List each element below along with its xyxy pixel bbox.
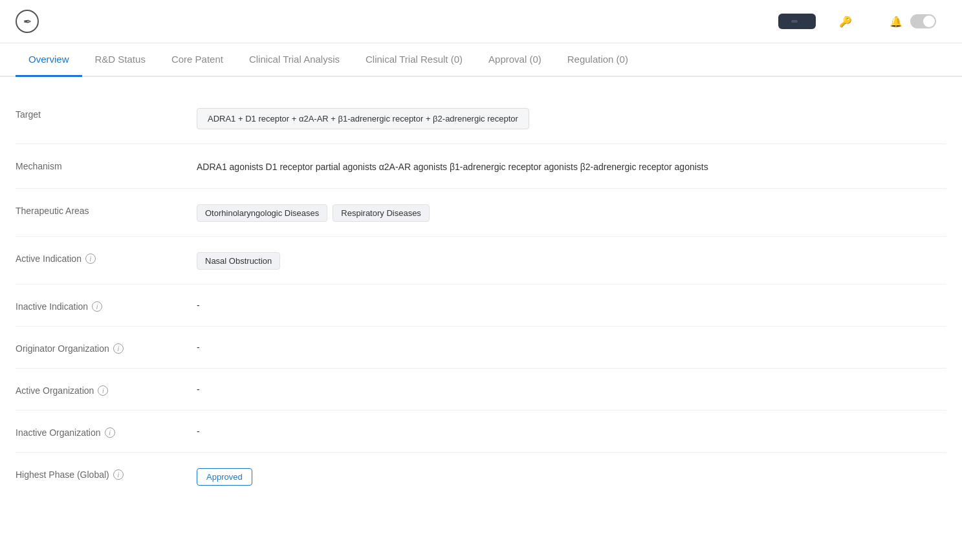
info-icon-active-organization[interactable]: i [98,385,108,396]
tag-item: Nasal Obstruction [197,252,280,270]
dash-value: - [197,384,200,394]
field-row-target: TargetADRA1 + D1 receptor + α2A-AR + β1-… [16,92,946,144]
dash-value: - [197,426,200,436]
tab-overview[interactable]: Overview [16,43,82,77]
info-icon-originator-organization[interactable]: i [113,343,124,354]
field-label-inactive-indication: Inactive Indicationi [16,299,171,312]
field-label-active-indication: Active Indicationi [16,251,171,264]
info-icon-highest-phase[interactable]: i [113,469,124,480]
tab-regulation[interactable]: Regulation (0) [554,43,641,77]
field-row-originator-organization: Originator Organizationi- [16,327,946,369]
field-label-originator-organization: Originator Organizationi [16,341,171,354]
alert-toggle[interactable] [910,14,936,28]
tab-approval[interactable]: Approval (0) [476,43,554,77]
info-icon-inactive-organization[interactable]: i [105,427,115,438]
kg-icon: 🔑 [839,16,852,28]
field-label-inactive-organization: Inactive Organizationi [16,425,171,438]
us-badge [791,20,798,23]
pencil-icon: ✒ [23,16,32,28]
field-row-therapeutic-areas: Therapeutic AreasOtorhinolaryngologic Di… [16,189,946,237]
start-compare-button[interactable] [778,14,816,29]
tab-core-patent[interactable]: Core Patent [159,43,236,77]
field-value-inactive-indication: - [197,299,946,310]
field-value-active-indication: Nasal Obstruction [197,251,946,270]
set-alert-button[interactable]: 🔔 [879,9,946,34]
field-row-inactive-organization: Inactive Organizationi- [16,411,946,453]
info-icon-inactive-indication[interactable]: i [92,301,102,312]
field-label-target: Target [16,107,171,120]
field-value-therapeutic-areas: Otorhinolaryngologic DiseasesRespiratory… [197,203,946,222]
field-value-active-organization: - [197,383,946,394]
field-row-active-organization: Active Organizationi- [16,369,946,411]
field-row-highest-phase: Highest Phase (Global)iApproved [16,453,946,500]
field-label-therapeutic-areas: Therapeutic Areas [16,203,171,216]
overview-content: TargetADRA1 + D1 receptor + α2A-AR + β1-… [0,77,962,515]
tag-item: ADRA1 + D1 receptor + α2A-AR + β1-adrene… [197,108,529,129]
logo-area: ✒ [16,10,45,33]
tab-rd-status[interactable]: R&D Status [82,43,159,77]
field-label-highest-phase: Highest Phase (Global)i [16,467,171,480]
header-actions: 🔑 🔔 [778,9,946,34]
logo-icon: ✒ [16,10,39,33]
dash-value: - [197,342,200,352]
info-icon-active-indication[interactable]: i [85,253,96,264]
mechanism-text: ADRA1 agonists D1 receptor partial agoni… [197,160,708,174]
tag-blue-item: Approved [197,468,252,486]
tab-clinical-trial-analysis[interactable]: Clinical Trial Analysis [236,43,353,77]
alert-icon: 🔔 [890,16,902,28]
tab-clinical-trial-result[interactable]: Clinical Trial Result (0) [353,43,476,77]
field-label-mechanism: Mechanism [16,158,171,171]
nav-tabs: OverviewR&D StatusCore PatentClinical Tr… [0,43,962,77]
enter-kg-button[interactable]: 🔑 [829,10,866,33]
dash-value: - [197,300,200,310]
tag-item: Otorhinolaryngologic Diseases [197,204,327,222]
page-header: ✒ 🔑 🔔 [0,0,962,43]
field-label-active-organization: Active Organizationi [16,383,171,396]
field-row-mechanism: MechanismADRA1 agonists D1 receptor part… [16,144,946,189]
field-value-mechanism: ADRA1 agonists D1 receptor partial agoni… [197,158,946,174]
field-value-target: ADRA1 + D1 receptor + α2A-AR + β1-adrene… [197,107,946,129]
field-value-originator-organization: - [197,341,946,352]
tag-item: Respiratory Diseases [333,204,430,222]
field-row-active-indication: Active IndicationiNasal Obstruction [16,237,946,285]
field-value-inactive-organization: - [197,425,946,436]
field-value-highest-phase: Approved [197,467,946,486]
field-row-inactive-indication: Inactive Indicationi- [16,285,946,327]
